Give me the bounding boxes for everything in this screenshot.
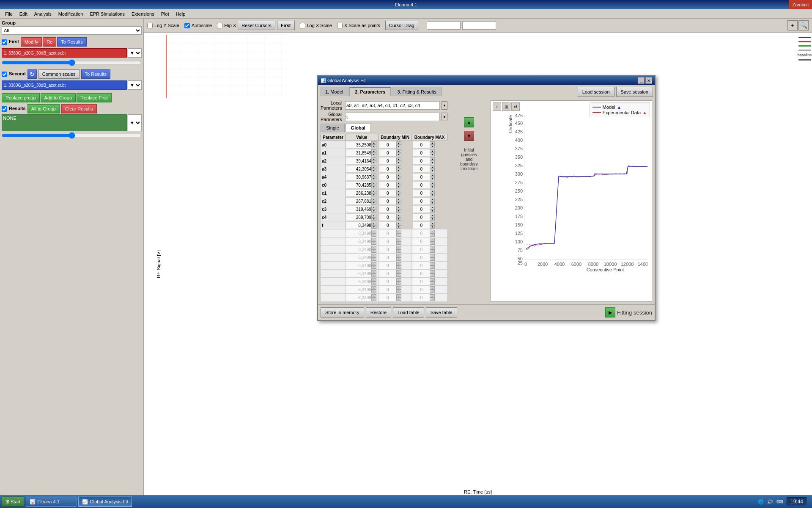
up-arrow-button[interactable]: ▲: [464, 117, 474, 127]
param-value-input[interactable]: [346, 182, 371, 188]
bmin-spin-up[interactable]: ▲: [396, 198, 401, 201]
param-spin-down[interactable]: ▼: [371, 209, 376, 213]
bmax-spin-down[interactable]: ▼: [430, 273, 435, 277]
bmin-spin-down[interactable]: ▼: [396, 241, 401, 245]
bmin-spin-up[interactable]: ▲: [396, 246, 401, 249]
bmin-spin-up[interactable]: ▲: [396, 270, 401, 273]
param-spin-up[interactable]: ▲: [371, 174, 376, 177]
param-bmin-input[interactable]: [379, 206, 396, 213]
param-value-input[interactable]: [346, 278, 371, 285]
param-bmin-input[interactable]: [379, 190, 396, 196]
first-checkbox[interactable]: [2, 39, 7, 45]
bmax-spin-down[interactable]: ▼: [430, 177, 435, 180]
bmin-spin-down[interactable]: ▼: [396, 153, 401, 156]
param-bmax-input[interactable]: [413, 166, 430, 172]
bmin-spin-down[interactable]: ▼: [396, 282, 401, 285]
param-value-input[interactable]: [346, 190, 371, 196]
bmax-spin-up[interactable]: ▲: [430, 278, 435, 282]
param-value-input[interactable]: [346, 214, 371, 221]
param-bmin-input[interactable]: [379, 214, 396, 221]
param-spin-down[interactable]: ▼: [371, 233, 376, 237]
global-tab[interactable]: Global: [346, 124, 371, 132]
bmax-spin-down[interactable]: ▼: [430, 217, 435, 221]
param-spin-down[interactable]: ▼: [371, 298, 376, 301]
bmin-spin-down[interactable]: ▼: [396, 233, 401, 237]
param-bmax-input[interactable]: [413, 294, 430, 301]
param-bmax-input[interactable]: [413, 238, 430, 245]
bmin-spin-down[interactable]: ▼: [396, 217, 401, 221]
bmax-spin-up[interactable]: ▲: [430, 198, 435, 201]
param-bmin-input[interactable]: [379, 166, 396, 172]
bmax-spin-up[interactable]: ▲: [430, 270, 435, 273]
bmax-spin-down[interactable]: ▼: [430, 257, 435, 261]
param-spin-down[interactable]: ▼: [371, 249, 376, 253]
bmax-spin-down[interactable]: ▼: [430, 201, 435, 204]
param-spin-up[interactable]: ▲: [371, 230, 376, 233]
param-bmin-input[interactable]: [379, 174, 396, 180]
param-bmax-input[interactable]: [413, 182, 430, 188]
bmin-spin-up[interactable]: ▲: [396, 166, 401, 169]
menu-file[interactable]: File: [2, 11, 16, 17]
bmax-spin-up[interactable]: ▲: [430, 166, 435, 169]
param-bmax-input[interactable]: [413, 149, 430, 156]
param-spin-down[interactable]: ▼: [371, 177, 376, 180]
store-memory-button[interactable]: Store in memory: [321, 307, 364, 318]
bmax-spin-up[interactable]: ▲: [430, 286, 435, 290]
down-arrow-button[interactable]: ▼: [464, 131, 474, 141]
param-bmax-input[interactable]: [413, 174, 430, 180]
bmin-spin-up[interactable]: ▲: [396, 174, 401, 177]
bmin-spin-down[interactable]: ▼: [396, 257, 401, 261]
flip-x-checkbox[interactable]: [217, 23, 222, 28]
second-dropdown[interactable]: ▼: [128, 80, 142, 90]
param-value-input[interactable]: [346, 206, 371, 213]
param-spin-up[interactable]: ▲: [371, 206, 376, 209]
param-value-input[interactable]: [346, 141, 371, 148]
bmin-spin-up[interactable]: ▲: [396, 278, 401, 282]
to-results-button[interactable]: To Results: [57, 37, 86, 47]
bmin-spin-up[interactable]: ▲: [396, 206, 401, 209]
local-scroll-btn[interactable]: ▼: [442, 101, 447, 110]
param-bmax-input[interactable]: [413, 157, 430, 164]
param-spin-down[interactable]: ▼: [371, 273, 376, 277]
param-spin-up[interactable]: ▲: [371, 238, 376, 241]
menu-modification[interactable]: Modification: [55, 11, 87, 17]
results-slider[interactable]: [2, 132, 142, 139]
bmin-spin-up[interactable]: ▲: [396, 222, 401, 225]
global-params-input[interactable]: [345, 113, 440, 121]
param-spin-down[interactable]: ▼: [371, 185, 376, 188]
param-value-input[interactable]: [346, 174, 371, 180]
bmin-spin-up[interactable]: ▲: [396, 262, 401, 265]
bmin-spin-up[interactable]: ▲: [396, 149, 401, 153]
param-value-input[interactable]: [346, 270, 371, 277]
menu-help[interactable]: Help: [173, 11, 189, 17]
bmax-spin-up[interactable]: ▲: [430, 222, 435, 225]
common-scales-button[interactable]: Common scales: [38, 69, 80, 79]
param-value-input[interactable]: [346, 238, 371, 245]
bmin-spin-up[interactable]: ▲: [396, 157, 401, 161]
param-bmax-input[interactable]: [413, 214, 430, 221]
bmax-spin-up[interactable]: ▲: [430, 190, 435, 193]
second-to-results-button[interactable]: To Results: [81, 69, 110, 79]
param-spin-up[interactable]: ▲: [371, 270, 376, 273]
bmax-spin-up[interactable]: ▲: [430, 182, 435, 185]
bmax-spin-down[interactable]: ▼: [430, 233, 435, 237]
param-bmin-input[interactable]: [379, 254, 396, 261]
bmax-spin-down[interactable]: ▼: [430, 249, 435, 253]
save-session-button[interactable]: Save session: [616, 87, 653, 97]
param-spin-down[interactable]: ▼: [371, 217, 376, 221]
bmin-spin-up[interactable]: ▲: [396, 230, 401, 233]
param-bmax-input[interactable]: [413, 141, 430, 148]
first-file[interactable]: 1. 3360G_p20G_30dB_azot.sr.bt: [2, 48, 127, 58]
gaf-minimize-button[interactable]: _: [638, 77, 645, 84]
x-scale-checkbox[interactable]: [337, 23, 343, 28]
global-scroll-btn[interactable]: ▼: [442, 113, 447, 121]
bmin-spin-down[interactable]: ▼: [396, 169, 401, 172]
param-bmin-input[interactable]: [379, 246, 396, 253]
cursor-value2[interactable]: 0,631489: [462, 21, 496, 30]
param-spin-up[interactable]: ▲: [371, 294, 376, 298]
param-value-input[interactable]: [346, 262, 371, 269]
param-bmax-input[interactable]: [413, 198, 430, 204]
bmax-spin-down[interactable]: ▼: [430, 161, 435, 164]
param-bmax-input[interactable]: [413, 286, 430, 293]
param-value-input[interactable]: [346, 222, 371, 229]
